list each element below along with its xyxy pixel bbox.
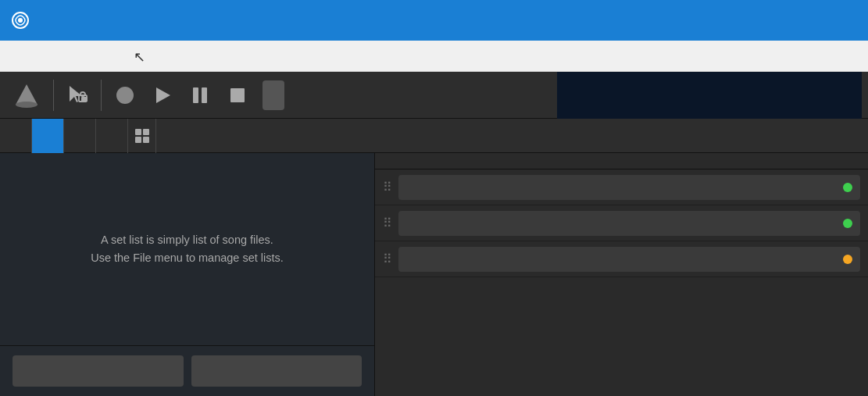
list-item: ⠿ xyxy=(375,241,868,277)
port-onscreen-keyboard[interactable] xyxy=(398,211,860,236)
pause-button[interactable] xyxy=(183,78,217,112)
title-bar xyxy=(0,0,868,41)
transport-display xyxy=(557,72,862,119)
menu-bar: ↖ xyxy=(0,41,868,72)
grid-icon xyxy=(134,128,150,144)
port-list: ⠿ ⠿ ⠿ xyxy=(375,169,868,277)
menu-control[interactable] xyxy=(131,52,163,61)
tab-grid-button[interactable] xyxy=(128,119,156,153)
action-buttons-area xyxy=(0,345,374,396)
svg-point-8 xyxy=(116,87,134,104)
list-item: ⠿ xyxy=(375,205,868,241)
toolbar xyxy=(0,72,868,119)
svg-marker-9 xyxy=(156,87,170,103)
cone-icon xyxy=(13,81,41,109)
main-content: A set list is simply list of song files.… xyxy=(0,153,868,396)
stop-icon xyxy=(227,84,248,106)
select-lock-icon xyxy=(66,84,88,106)
left-panel: A set list is simply list of song files.… xyxy=(0,153,375,396)
tab-setlist[interactable] xyxy=(32,119,64,153)
select-button[interactable] xyxy=(60,78,95,112)
logo-button[interactable] xyxy=(6,78,47,112)
cantabile-icon xyxy=(11,11,30,30)
svg-rect-10 xyxy=(193,87,198,103)
play-icon xyxy=(152,84,173,106)
setlist-info-text: A set list is simply list of song files.… xyxy=(91,231,284,267)
toolbar-sep-1 xyxy=(53,80,54,111)
tab-monitor[interactable] xyxy=(96,119,128,153)
menu-file[interactable] xyxy=(6,52,31,61)
setlist-info: A set list is simply list of song files.… xyxy=(0,153,374,345)
ok-got-it-button[interactable] xyxy=(13,355,184,387)
svg-rect-14 xyxy=(143,129,149,135)
svg-rect-15 xyxy=(135,137,141,143)
drag-handle-icon[interactable]: ⠿ xyxy=(383,180,392,194)
menu-insert[interactable] xyxy=(81,52,106,61)
play-button[interactable] xyxy=(145,78,180,112)
tab-bar xyxy=(0,119,868,153)
svg-rect-11 xyxy=(202,87,207,103)
metronome-button[interactable] xyxy=(263,80,284,110)
menu-tools[interactable] xyxy=(163,52,188,61)
status-dot-green xyxy=(843,219,852,228)
menu-help[interactable] xyxy=(188,52,213,61)
toolbar-sep-2 xyxy=(101,80,102,111)
input-ports-header xyxy=(375,153,868,169)
stop-button[interactable] xyxy=(220,78,255,112)
svg-point-3 xyxy=(16,102,38,108)
list-item: ⠿ xyxy=(375,169,868,205)
tell-me-more-button[interactable] xyxy=(191,355,363,387)
svg-rect-16 xyxy=(143,137,149,143)
svg-rect-12 xyxy=(230,88,245,102)
svg-rect-7 xyxy=(81,97,88,102)
status-dot-green xyxy=(843,183,852,192)
drag-handle-icon[interactable]: ⠿ xyxy=(383,216,392,230)
svg-rect-6 xyxy=(80,92,85,96)
port-main-microphone[interactable] xyxy=(398,247,860,272)
drag-handle-icon[interactable]: ⠿ xyxy=(383,252,392,266)
menu-state[interactable]: ↖ xyxy=(106,52,131,61)
record-button[interactable] xyxy=(108,78,142,112)
tab-states[interactable] xyxy=(64,119,96,153)
svg-rect-13 xyxy=(135,129,141,135)
tab-recordings[interactable] xyxy=(0,119,32,153)
record-icon xyxy=(114,84,136,106)
menu-view[interactable] xyxy=(56,52,81,61)
svg-point-1 xyxy=(18,18,23,23)
port-main-keyboard[interactable] xyxy=(398,175,860,200)
status-dot-orange xyxy=(843,255,852,264)
pause-icon xyxy=(189,84,211,106)
right-panel: ⠿ ⠿ ⠿ xyxy=(375,153,868,396)
menu-edit[interactable] xyxy=(31,52,56,61)
